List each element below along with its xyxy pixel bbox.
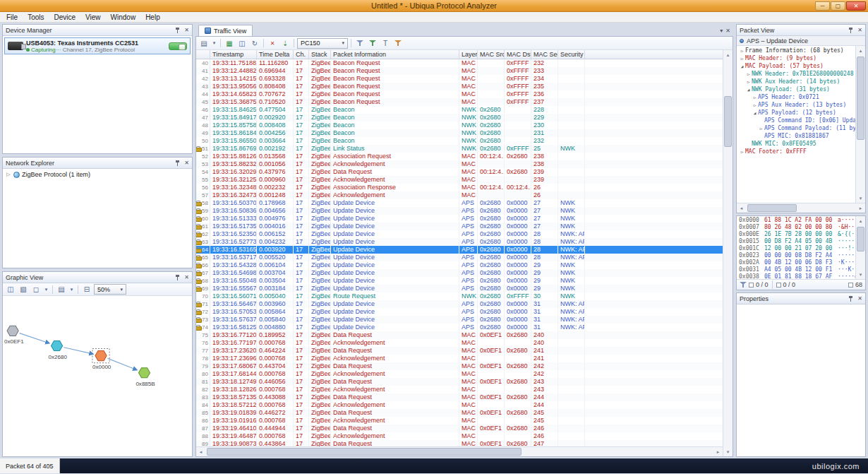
expander-icon[interactable]: ▷: [752, 95, 758, 100]
scroll-right-icon[interactable]: ▸: [713, 449, 723, 455]
hex-row[interactable]: 0x002300 00 00 08 D8 F2 A4·······: [739, 252, 855, 259]
traffic-row[interactable]: 5319:33:15.8823200.00105617ZigBeeAcknowl…: [196, 160, 723, 168]
save-capture-icon[interactable]: ◫: [236, 38, 248, 48]
packet-tree-item[interactable]: ▷NWK Header: 0x7B1E268000000248: [737, 70, 855, 78]
edit-filter-icon[interactable]: [392, 38, 404, 48]
packet-tree-item[interactable]: ▷APS Header: 0x0721: [737, 93, 855, 101]
hex-row[interactable]: 0x00380E 01 81 88 18 67 AF·····g·: [739, 273, 855, 279]
menu-help[interactable]: Help: [140, 12, 165, 23]
menu-view[interactable]: View: [80, 12, 106, 23]
expander-icon[interactable]: ◢: [745, 87, 752, 92]
traffic-row[interactable]: 7119:33:16.5646720.00396017ZigBeeUpdate …: [196, 300, 723, 308]
packet-columns-icon[interactable]: ▤: [198, 38, 210, 48]
zoom-out-icon[interactable]: ⊟: [81, 285, 92, 295]
column-header-mac-src-[interactable]: MAC Src.: [478, 50, 505, 59]
traffic-row[interactable]: 8919:33:19.9087360.44386417ZigBeeData Re…: [196, 440, 723, 446]
scroll-thumb[interactable]: [724, 96, 732, 147]
maximize-button[interactable]: ▢: [831, 1, 845, 11]
traffic-row[interactable]: 7019:33:16.5607120.00504017ZigBeeRoute R…: [196, 292, 723, 300]
scroll-thumb[interactable]: [857, 227, 864, 251]
packet-tree-item[interactable]: ▷MAC Header: (9 bytes): [737, 54, 855, 62]
traffic-row[interactable]: 8119:33:18.1274960.44605617ZigBeeData Re…: [196, 378, 723, 386]
chevron-down-icon[interactable]: ▾: [211, 38, 217, 48]
traffic-row[interactable]: 8219:33:18.1282640.00076817ZigBeeAcknowl…: [196, 386, 723, 393]
expander-icon[interactable]: ▷: [739, 149, 745, 154]
close-icon[interactable]: ✕: [184, 27, 189, 33]
traffic-row[interactable]: 7319:33:16.5763760.00584017ZigBeeUpdate …: [196, 316, 723, 324]
network-node-0x0EF1[interactable]: [7, 326, 18, 336]
hex-row[interactable]: 0x0031A4 05 00 4B 12 00 F1···K···: [739, 266, 855, 273]
traffic-row[interactable]: 5619:33:16.3234880.00223217ZigBeeAssocia…: [196, 184, 723, 191]
hex-row[interactable]: 0x000E26 1E 7B 28 00 00 00&·{(···: [739, 231, 855, 238]
chevron-down-icon[interactable]: ▾: [43, 285, 49, 295]
traffic-row[interactable]: 4219:33:13.1421520.69332817ZigBeeBeacon …: [196, 75, 723, 83]
pin-icon[interactable]: [175, 28, 181, 33]
vertical-scrollbar[interactable]: ▴ ▾: [855, 46, 865, 203]
expander-icon[interactable]: ▷: [745, 71, 752, 76]
traffic-row[interactable]: 8419:33:18.5721200.00076817ZigBeeAcknowl…: [196, 401, 723, 409]
column-header-time-delta[interactable]: Time Delta: [257, 50, 294, 59]
pin-icon[interactable]: [848, 28, 854, 33]
traffic-row[interactable]: 7219:33:16.5705360.00586417ZigBeeUpdate …: [196, 308, 723, 316]
hex-row[interactable]: 0x001C12 00 00 21 07 20 00···!· ·: [739, 245, 855, 252]
traffic-row[interactable]: 6519:33:16.5371760.00552017ZigBeeUpdate …: [196, 254, 723, 261]
topology-canvas[interactable]: 0x0EF10x26800x00000x885B: [3, 296, 192, 457]
packet-tree-item[interactable]: ▷MAC Footer: 0xFFFF: [737, 148, 855, 155]
pin-icon[interactable]: [175, 160, 181, 166]
vertical-scrollbar[interactable]: ▴ ▾: [723, 50, 733, 456]
packet-tree-item[interactable]: ▷APS Aux Header: (13 bytes): [737, 101, 855, 109]
pin-icon[interactable]: [848, 296, 854, 302]
traffic-row[interactable]: 8619:33:19.0191600.00076817ZigBeeAcknowl…: [196, 417, 723, 425]
pin-icon[interactable]: [175, 275, 181, 280]
save-graph-icon[interactable]: ◫: [5, 285, 16, 295]
traffic-row[interactable]: 7819:33:17.2369680.00076817ZigBeeAcknowl…: [196, 355, 723, 362]
column-header-stack[interactable]: Stack: [309, 50, 331, 59]
scroll-thumb[interactable]: [207, 448, 522, 456]
packet-tree-item[interactable]: APS Command ID: [0x06] Update Dev: [737, 117, 855, 124]
traffic-row[interactable]: 5719:33:16.3247360.00124817ZigBeeAcknowl…: [196, 191, 723, 199]
expander-icon[interactable]: ▷: [758, 126, 764, 131]
autoscroll-icon[interactable]: ⇣: [279, 38, 291, 48]
menu-file[interactable]: File: [1, 12, 23, 23]
traffic-row[interactable]: 6219:33:16.5235040.00615217ZigBeeUpdate …: [196, 230, 723, 238]
expander-icon[interactable]: ▷: [752, 102, 758, 107]
traffic-row[interactable]: 4019:33:11.75188011.11628017ZigBeeBeacon…: [196, 59, 723, 67]
window-list-icon[interactable]: ▾: [720, 28, 723, 34]
close-button[interactable]: ✕: [846, 1, 866, 11]
traffic-row[interactable]: 6819:33:16.5504880.00350417ZigBeeUpdate …: [196, 277, 723, 285]
expander-icon[interactable]: ▷: [745, 79, 752, 84]
traffic-row[interactable]: 8819:33:19.4648720.00076817ZigBeeAcknowl…: [196, 432, 723, 440]
traffic-row[interactable]: 7619:33:16.7719760.00076817ZigBeeAcknowl…: [196, 339, 723, 347]
export-icon[interactable]: ▦: [224, 38, 235, 48]
close-icon[interactable]: ✕: [857, 295, 862, 302]
scroll-down-icon[interactable]: ▾: [856, 270, 865, 279]
scroll-up-icon[interactable]: ▴: [856, 216, 865, 225]
scroll-up-icon[interactable]: ▴: [723, 50, 733, 59]
traffic-row[interactable]: 5019:33:15.8655040.00366417ZigBeeBeaconN…: [196, 137, 723, 145]
close-icon[interactable]: ✕: [184, 274, 189, 280]
traffic-row[interactable]: 6719:33:16.5469840.00370417ZigBeeUpdate …: [196, 269, 723, 277]
traffic-row[interactable]: 8019:33:17.6814400.00076817ZigBeeAcknowl…: [196, 370, 723, 378]
tab-traffic-view[interactable]: Traffic View: [198, 25, 253, 36]
traffic-row[interactable]: 6619:33:16.5432800.00610417ZigBeeUpdate …: [196, 261, 723, 269]
layout-icon[interactable]: ▤: [56, 285, 67, 295]
menu-tools[interactable]: Tools: [23, 12, 49, 23]
menu-device[interactable]: Device: [49, 12, 80, 23]
hex-filter-icon[interactable]: [740, 281, 747, 288]
scroll-down-icon[interactable]: ▾: [723, 447, 733, 456]
packet-tree-item[interactable]: ▷NWK Aux Header: (14 bytes): [737, 78, 855, 85]
traffic-row[interactable]: 5819:33:16.5037040.17896817ZigBeeUpdate …: [196, 199, 723, 207]
device-selector-combo[interactable]: PC150 ▾: [297, 38, 348, 49]
network-node-0x2680[interactable]: [52, 340, 63, 350]
packet-tree-item[interactable]: NWK MIC: 0x8FE05495: [737, 140, 855, 148]
close-tab-icon[interactable]: ✕: [725, 28, 730, 34]
hex-row[interactable]: 0x002A00 4B 12 00 06 D8 F3·K·····: [739, 259, 855, 266]
traffic-row[interactable]: 6419:33:16.5316560.00392017ZigBeeUpdate …: [196, 246, 723, 254]
column-header-ch-[interactable]: Ch.: [294, 50, 309, 59]
capture-toggle[interactable]: [169, 42, 187, 50]
hex-row[interactable]: 0x000061 88 1C A2 FA 00 00a······: [739, 217, 855, 224]
filter-icon[interactable]: [354, 38, 366, 48]
vertical-scrollbar[interactable]: ▴ ▾: [855, 216, 865, 279]
traffic-row[interactable]: 4319:33:13.9505600.80840817ZigBeeBeacon …: [196, 83, 723, 90]
expander-icon[interactable]: ▷: [6, 172, 11, 177]
